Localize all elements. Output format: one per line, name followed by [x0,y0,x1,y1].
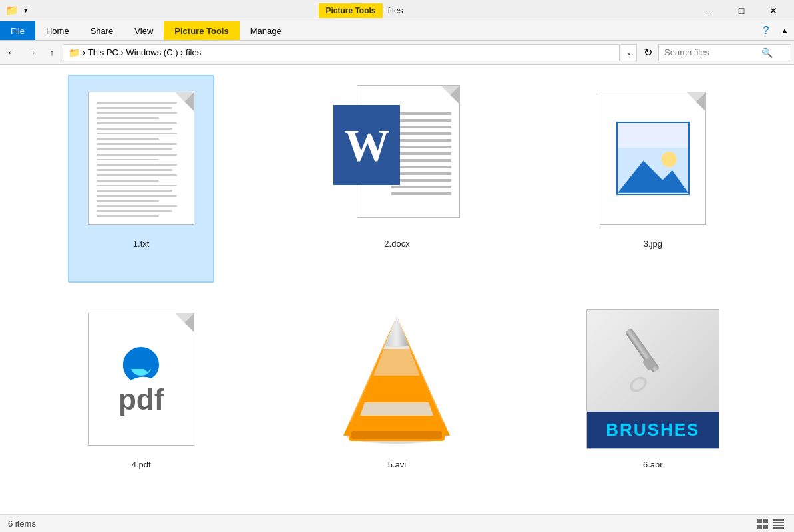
address-dropdown-button[interactable]: ⌄ [621,44,637,61]
svg-marker-9 [385,316,409,346]
txt-line [97,210,172,212]
txt-line [97,102,177,104]
jpg-preview [616,122,690,195]
txt-line [97,200,159,202]
jpg-icon-wrapper [586,82,719,235]
minimize-button[interactable]: ─ [694,0,725,21]
abr-brushes-bar: BRUSHES [587,412,719,448]
svg-rect-19 [763,519,768,523]
ribbon: File Home Share View Picture Tools Manag… [0,21,794,41]
content-area: 1.txt [0,65,794,514]
svg-rect-25 [773,527,784,529]
abr-brush-area [587,310,719,412]
title-bar-controls: ─ □ ✕ [694,0,789,21]
word-badge: W [333,105,400,185]
svg-point-2 [661,152,676,167]
svg-rect-22 [773,519,784,521]
tab-share[interactable]: Share [80,21,124,40]
txt-line [97,215,159,217]
svg-rect-18 [757,519,762,523]
large-icons-view-button[interactable] [755,517,770,531]
search-box[interactable]: 🔍 [658,44,791,61]
svg-rect-24 [773,525,784,526]
jpg-icon [600,92,706,225]
svg-rect-20 [757,525,762,529]
status-bar: 6 items [0,514,794,532]
file-grid: 1.txt [0,65,794,514]
file-item-jpg[interactable]: 3.jpg [580,75,726,283]
txt-line [97,159,159,161]
title-bar-icons: 📁 ▾ [5,4,28,17]
svg-rect-21 [763,525,768,529]
address-bar-row: ← → ↑ 📁 › This PC › Windows (C:) › files… [0,41,794,65]
file-item-txt[interactable]: 1.txt [68,75,214,283]
tab-manage[interactable]: Manage [240,21,292,40]
txt-line [97,174,177,176]
txt-line [97,154,177,156]
tab-home[interactable]: Home [35,21,80,40]
txt-line [97,133,177,135]
file-item-abr[interactable]: BRUSHES 6.abr [580,296,726,503]
svg-rect-23 [773,522,784,523]
address-path: › This PC › Windows (C:) › files [83,47,201,57]
txt-line [97,143,177,145]
file-label-txt: 1.txt [133,239,150,249]
txt-line [97,128,172,130]
txt-line [97,180,159,182]
abr-icon: BRUSHES [586,309,719,449]
file-item-pdf[interactable]: pdf 4.pdf [68,296,214,503]
txt-line [97,190,172,192]
avi-icon-wrapper [330,303,463,456]
file-label-jpg: 3.jpg [644,239,662,249]
close-button[interactable]: ✕ [758,0,789,21]
txt-line [97,164,177,166]
docx-icon-wrapper: W [330,82,463,235]
docx-icon: W [333,85,460,231]
view-buttons [755,517,786,531]
back-button[interactable]: ← [3,43,21,62]
title-bar-center: Picture Tools files [28,3,694,18]
file-label-avi: 5.avi [388,460,406,469]
tab-file[interactable]: File [0,21,35,40]
txt-line [97,112,177,114]
file-label-pdf: 4.pdf [132,460,151,469]
file-item-avi[interactable]: 5.avi [323,296,470,503]
txt-line [97,169,172,171]
pdf-text-label: pdf [118,385,164,414]
ribbon-tabs: File Home Share View Picture Tools Manag… [0,21,794,40]
item-count: 6 items [8,519,36,529]
file-label-docx: 2.docx [384,239,409,249]
abr-icon-wrapper: BRUSHES [586,303,719,456]
txt-line [97,205,177,207]
picture-tools-badge: Picture Tools [319,3,382,18]
txt-line [97,195,177,197]
tab-view[interactable]: View [124,21,164,40]
address-box[interactable]: 📁 › This PC › Windows (C:) › files [63,44,620,61]
svg-marker-6 [360,402,433,416]
ribbon-collapse-button[interactable]: ▲ [775,21,794,40]
details-view-button[interactable] [771,517,786,531]
up-button[interactable]: ↑ [43,43,61,62]
search-icon: 🔍 [761,47,773,58]
txt-icon [88,92,194,225]
txt-line [97,107,172,109]
maximize-button[interactable]: □ [726,0,757,21]
txt-line [97,122,177,124]
file-item-docx[interactable]: W 2.docx [323,75,470,283]
search-input[interactable] [664,47,757,57]
txt-line [97,185,177,187]
pdf-icon-wrapper: pdf [75,303,208,456]
svg-rect-11 [351,431,442,439]
forward-button[interactable]: → [23,43,41,62]
window-title: files [388,5,403,15]
txt-line [97,148,172,150]
vlc-icon [337,313,457,446]
txt-icon-wrapper [75,82,208,235]
brush-svg [620,321,686,401]
docx-lines [391,112,451,195]
tab-picture-tools[interactable]: Picture Tools [164,21,239,40]
refresh-button[interactable]: ↻ [638,43,657,62]
file-label-abr: 6.abr [643,460,663,469]
help-button[interactable]: ? [757,21,775,40]
txt-line [97,138,159,140]
